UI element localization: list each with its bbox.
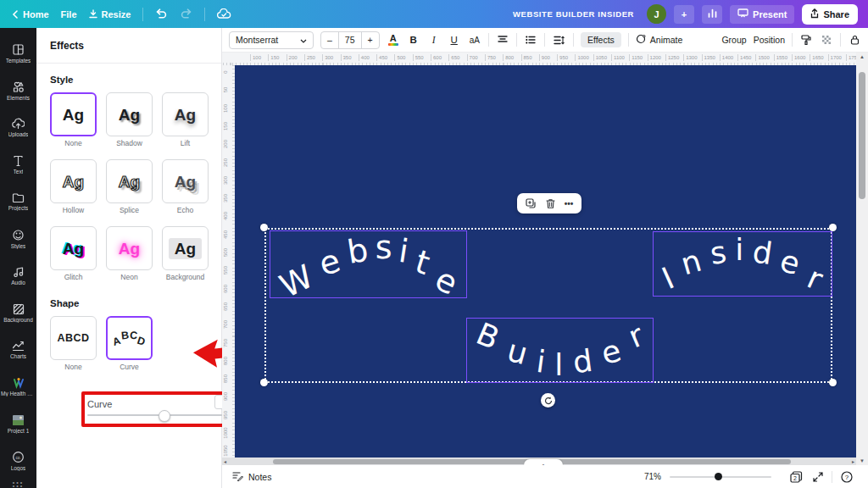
style-sample: Ag [119, 107, 140, 123]
file-menu[interactable]: File [61, 9, 77, 19]
sidebar-item-project-1[interactable]: Project 1 [0, 406, 36, 443]
svg-text:?: ? [845, 474, 849, 481]
scroll-up-icon[interactable]: ▲ [860, 54, 865, 59]
group-button[interactable]: Group [721, 35, 746, 45]
ruler-mark: 1300 [683, 54, 697, 61]
present-label: Present [753, 9, 787, 19]
resize-button[interactable]: Resize [89, 9, 131, 19]
pages-button[interactable]: 2 [790, 471, 803, 483]
style-sample: Ag [119, 174, 140, 190]
sidebar-item-audio[interactable]: Audio [0, 258, 36, 295]
style-card-lift[interactable]: Ag [162, 92, 209, 136]
presentation-icon [737, 8, 748, 19]
vertical-scroll-thumb[interactable] [859, 72, 865, 199]
divider [544, 33, 545, 47]
style-card-shadow[interactable]: Ag [106, 92, 153, 136]
font-size-increase[interactable]: + [362, 32, 379, 48]
style-card-echo[interactable]: Ag [162, 159, 209, 203]
spacing-icon[interactable] [552, 31, 566, 48]
redo-icon[interactable] [180, 8, 192, 19]
font-size-value[interactable]: 75 [338, 32, 362, 48]
rotate-handle[interactable] [541, 393, 555, 408]
document-title[interactable]: WEBSITE BUILDER INSIDER [513, 9, 634, 19]
italic-button[interactable]: I [427, 31, 441, 48]
scroll-left-icon[interactable]: ◂ [224, 458, 226, 464]
text-element-insider[interactable]: Insider [653, 231, 832, 297]
undo-icon[interactable] [155, 8, 168, 19]
delete-icon[interactable] [546, 198, 555, 209]
style-sample: Ag [63, 174, 84, 190]
underline-button[interactable]: U [448, 31, 461, 48]
font-size-decrease[interactable]: – [321, 32, 338, 48]
transparency-icon[interactable] [820, 31, 833, 48]
list-icon[interactable] [524, 31, 537, 48]
elements-icon [12, 80, 25, 93]
text-element-builder[interactable]: Builder [466, 318, 654, 383]
sidebar-item-elements[interactable]: Elements [0, 72, 36, 109]
uploads-icon [12, 118, 25, 130]
shape-card-shape-none[interactable]: ABCD [50, 316, 97, 360]
apps-menu-icon[interactable]: •••••• [13, 481, 24, 488]
help-button[interactable]: ? [841, 471, 853, 483]
avatar[interactable]: J [647, 4, 666, 24]
sidebar-item-styles[interactable]: Styles [0, 220, 36, 258]
duplicate-icon[interactable] [526, 198, 537, 209]
shape-options: ABCDNoneABCDCurve [36, 316, 221, 371]
style-card-none[interactable]: Ag [50, 92, 97, 136]
sidebar-item-projects[interactable]: Projects [0, 183, 36, 220]
sidebar-item-logos[interactable]: co.Logos [0, 442, 36, 480]
sidebar-item-background[interactable]: Background [0, 294, 36, 331]
alignment-icon[interactable] [496, 31, 509, 48]
font-selector[interactable]: Montserrat [229, 31, 314, 49]
home-button[interactable]: Home [12, 9, 49, 19]
animate-button[interactable]: Animate [636, 34, 683, 46]
text-case-button[interactable]: aA [468, 31, 481, 48]
text-color-button[interactable]: A [387, 31, 400, 48]
divider [573, 33, 574, 47]
scroll-down-icon[interactable]: ▼ [860, 458, 865, 463]
notes-button[interactable]: Notes [232, 471, 271, 483]
sidebar-item-charts[interactable]: Charts [0, 331, 36, 369]
ruler-mark: 450 [222, 227, 229, 242]
vertical-scrollbar[interactable]: ▲ ▼ [856, 53, 868, 465]
ruler-mark: 1500 [755, 54, 769, 61]
scroll-right-icon[interactable]: ▸ [852, 458, 854, 464]
present-button[interactable]: Present [730, 5, 794, 24]
sidebar-item-my-health-c[interactable]: My Health C... [0, 369, 36, 406]
zoom-slider-handle[interactable] [715, 473, 722, 480]
panel-title: Effects [36, 28, 221, 64]
audio-icon [13, 266, 25, 278]
style-card-hollow[interactable]: Ag [50, 159, 97, 203]
bold-button[interactable]: B [407, 31, 420, 48]
ruler-mark: 600 [431, 54, 442, 61]
style-card-neon[interactable]: Ag [106, 226, 153, 270]
style-card-splice[interactable]: Ag [106, 159, 153, 203]
selection-handle-top-right[interactable] [829, 224, 837, 231]
selection-handle-top-left[interactable] [260, 224, 268, 231]
sidebar-item-uploads[interactable]: Uploads [0, 109, 36, 147]
zoom-slider[interactable] [670, 476, 771, 478]
style-option-shadow: AgShadow [106, 92, 153, 147]
share-button[interactable]: Share [802, 4, 858, 25]
shape-section-label: Shape [50, 298, 208, 308]
copy-style-icon[interactable] [799, 31, 813, 48]
sidebar-item-templates[interactable]: Templates [0, 35, 36, 72]
styles-icon [12, 229, 25, 241]
shape-card-curve[interactable]: ABCD [106, 316, 153, 360]
shape-option-curve: ABCDCurve [106, 316, 153, 371]
style-option-none: AgNone [50, 92, 97, 147]
position-button[interactable]: Position [754, 35, 785, 45]
insights-button[interactable] [702, 5, 722, 24]
more-options-icon[interactable]: ••• [565, 199, 574, 208]
effects-button[interactable]: Effects [581, 32, 621, 47]
lock-icon[interactable] [848, 31, 861, 48]
style-option-background: AgBackground [162, 226, 209, 281]
sidebar-item-text[interactable]: Text [0, 146, 36, 183]
style-card-background[interactable]: Ag [162, 226, 209, 270]
text-element-website[interactable]: Website [270, 230, 467, 298]
style-card-glitch[interactable]: Ag [50, 226, 97, 270]
fullscreen-icon[interactable] [813, 472, 823, 482]
selection-handle-bottom-right[interactable] [829, 379, 837, 386]
add-member-button[interactable]: + [674, 5, 694, 24]
selection-handle-bottom-left[interactable] [260, 379, 268, 386]
